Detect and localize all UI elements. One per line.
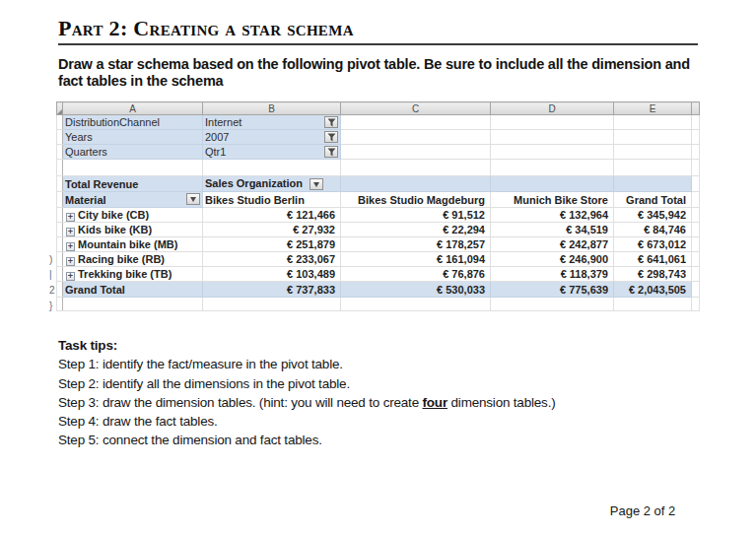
- funnel-icon: [327, 118, 336, 127]
- row-dimension-label: Material: [65, 194, 106, 206]
- value-cell: € 233,067: [203, 252, 341, 267]
- value-cell: € 161,094: [341, 252, 491, 267]
- step-3: Step 3: draw the dimension tables. (hint…: [58, 393, 709, 412]
- empty-cell: [63, 298, 203, 311]
- column-letter-c[interactable]: C: [341, 102, 491, 115]
- value-cell: € 530,033: [341, 282, 491, 298]
- row-dimension-dropdown-button[interactable]: [186, 193, 200, 205]
- blank-row: [57, 160, 700, 176]
- column-header-magdeburg: Bikes Studio Magdeburg: [341, 192, 491, 208]
- empty-cell: [692, 115, 700, 130]
- intro-paragraph: Draw a star schema based on the followin…: [58, 56, 709, 90]
- step-4: Step 4: draw the fact tables.: [58, 412, 709, 431]
- filter-button[interactable]: [324, 146, 338, 158]
- empty-cell: [341, 160, 491, 176]
- pivot-table: A B C D E DistributionChannel Internet: [56, 101, 700, 311]
- step-2: Step 2: identify all the dimensions in t…: [58, 374, 709, 393]
- value-cell: € 34,519: [491, 223, 614, 237]
- column-header-munich: Munich Bike Store: [491, 192, 614, 208]
- expand-icon[interactable]: +: [66, 213, 75, 222]
- empty-cell: [692, 130, 700, 145]
- column-letter-e[interactable]: E: [614, 102, 692, 115]
- empty-cell: [491, 298, 614, 311]
- column-letter-stub: [692, 102, 700, 115]
- step-text: dimension tables.): [447, 395, 556, 410]
- value-cell: € 641,061: [614, 252, 692, 267]
- blank-row: [57, 298, 700, 311]
- document-page: Part 2: Creating a star schema Draw a st…: [0, 0, 756, 535]
- value-cell: € 178,257: [341, 237, 491, 252]
- empty-cell: [341, 115, 491, 130]
- value-cell: € 251,879: [203, 237, 341, 252]
- column-dimension-dropdown-button[interactable]: [309, 178, 323, 190]
- funnel-icon: [327, 133, 336, 142]
- funnel-icon: [327, 148, 336, 157]
- empty-cell: [341, 176, 491, 192]
- clipped-row-number: ): [49, 254, 52, 265]
- row-label-trekking-bike: +Trekking bike (TB): [63, 267, 203, 282]
- empty-cell: [341, 298, 491, 311]
- empty-cell: [614, 176, 692, 192]
- value-cell: € 673,012: [614, 237, 692, 252]
- grand-total-row: Grand Total € 737,833 € 530,033 € 775,63…: [57, 282, 700, 298]
- value-cell: € 298,743: [614, 267, 692, 282]
- empty-cell: [341, 130, 491, 145]
- value-cell: € 242,877: [491, 237, 614, 252]
- page-title: Part 2: Creating a star schema: [58, 16, 354, 41]
- empty-cell: [692, 252, 700, 267]
- expand-icon[interactable]: +: [66, 228, 75, 236]
- clipped-row-number: |: [49, 269, 52, 280]
- empty-cell: [692, 267, 700, 282]
- column-headers-row: Material Bikes Studio Berlin Bikes Studi…: [57, 192, 700, 208]
- task-tips-heading: Task tips:: [58, 336, 709, 355]
- select-all-corner[interactable]: [57, 102, 63, 115]
- column-letter-d[interactable]: D: [491, 102, 614, 115]
- empty-cell: [341, 145, 491, 160]
- step-text: Step 4: draw the fact tables.: [58, 414, 218, 429]
- value-cell: € 76,876: [341, 267, 491, 282]
- row-label-text: Racing bike (RB): [78, 253, 165, 265]
- value-cell: € 737,833: [203, 282, 341, 298]
- column-letter-b[interactable]: B: [203, 102, 341, 115]
- empty-cell: [614, 298, 692, 311]
- empty-cell: [692, 145, 700, 160]
- value-cell: € 775,639: [491, 282, 614, 298]
- filter-button[interactable]: [324, 116, 338, 128]
- filter-value: Qtr1: [205, 146, 226, 158]
- column-dimension-cell: Sales Organization: [203, 176, 341, 192]
- empty-cell: [614, 130, 692, 145]
- empty-cell: [491, 145, 614, 160]
- empty-cell: [692, 282, 700, 298]
- task-tips-section: Task tips: Step 1: identify the fact/mea…: [58, 336, 709, 450]
- empty-cell: [491, 130, 614, 145]
- row-label-text: Kids bike (KB): [78, 224, 152, 235]
- expand-icon[interactable]: +: [66, 257, 75, 266]
- table-row: +Trekking bike (TB) € 103,489 € 76,876 €…: [57, 267, 700, 282]
- value-cell: € 84,746: [614, 223, 692, 237]
- empty-cell: [203, 160, 341, 176]
- pivot-table-screenshot: ) | 2 } A B C D E DistributionChannel: [56, 101, 707, 311]
- table-row: +Kids bike (KB) € 27,932 € 22,294 € 34,5…: [57, 223, 700, 237]
- empty-cell: [692, 192, 700, 208]
- chevron-down-icon: [190, 197, 196, 202]
- row-dimension-cell: Material: [63, 192, 203, 208]
- measure-label: Total Revenue: [63, 176, 203, 192]
- row-label-mountain-bike: +Mountain bike (MB): [63, 237, 203, 252]
- row-label-kids-bike: +Kids bike (KB): [63, 223, 203, 237]
- filter-value-cell: 2007: [203, 130, 341, 145]
- table-row: +City bike (CB) € 121,466 € 91,512 € 132…: [57, 208, 700, 223]
- row-label-text: Trekking bike (TB): [78, 268, 172, 280]
- value-cell: € 27,932: [203, 223, 341, 237]
- step-text: Step 2: identify all the dimensions in t…: [58, 376, 350, 391]
- table-row: +Racing bike (RB) € 233,067 € 161,094 € …: [57, 252, 700, 267]
- expand-icon[interactable]: +: [66, 242, 75, 251]
- column-dimension-label: Sales Organization: [205, 177, 303, 189]
- filter-button[interactable]: [324, 131, 338, 143]
- value-cell: € 22,294: [341, 223, 491, 237]
- filter-field-years: Years: [63, 130, 203, 145]
- step-5: Step 5: connect the dimension and fact t…: [58, 431, 709, 449]
- empty-cell: [491, 115, 614, 130]
- column-letter-a[interactable]: A: [63, 102, 203, 115]
- value-cell: € 345,942: [614, 208, 692, 223]
- expand-icon[interactable]: +: [66, 272, 75, 281]
